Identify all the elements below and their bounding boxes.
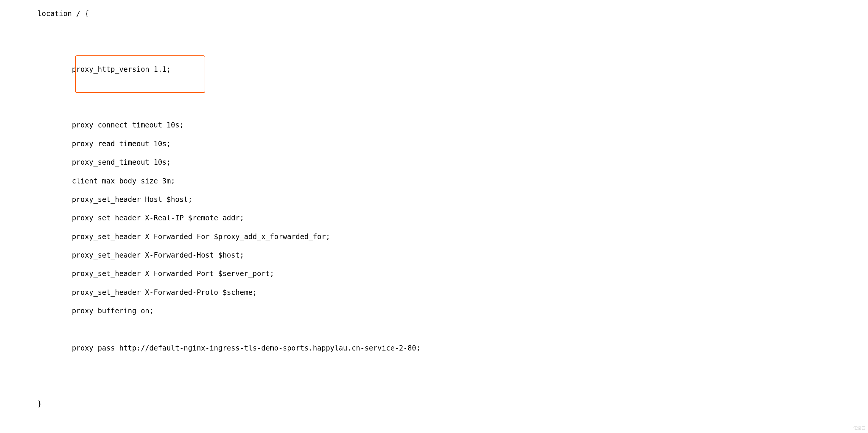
code-line-proxy-set-header-xfproto: proxy_set_header X-Forwarded-Proto $sche… [3,288,421,297]
code-line-client-max-body-size: client_max_body_size 3m; [3,177,421,186]
code-line-blank [3,84,421,93]
code-line-proxy-read-timeout: proxy_read_timeout 10s; [3,140,421,149]
code-line-blank [3,28,421,37]
code-line-close-brace-location: } [3,399,421,409]
code-line-blank [3,381,421,390]
code-line-blank [3,418,421,427]
code-line-blank [3,362,421,371]
code-line-proxy-set-header-xfp: proxy_set_header X-Forwarded-Port $serve… [3,269,421,278]
watermark-text: 亿速云 [853,425,866,431]
code-line-proxy-set-header-xff: proxy_set_header X-Forwarded-For $proxy_… [3,232,421,242]
code-line-proxy-set-header-xfh: proxy_set_header X-Forwarded-Host $host; [3,251,421,260]
code-line-blank [3,325,421,334]
code-line-location: location / { [3,9,421,19]
code-line-proxy-set-header-real-ip: proxy_set_header X-Real-IP $remote_addr; [3,214,421,223]
code-line-proxy-set-header-host: proxy_set_header Host $host; [3,195,421,204]
code-line-proxy-http-version: proxy_http_version 1.1; [3,65,421,74]
code-line-proxy-connect-timeout: proxy_connect_timeout 10s; [3,121,421,130]
code-line-proxy-send-timeout: proxy_send_timeout 10s; [3,158,421,167]
code-line-proxy-pass: proxy_pass http://default-nginx-ingress-… [3,344,421,353]
nginx-config-block: location / { proxy_http_version 1.1; pro… [3,0,421,433]
code-line-blank [3,47,421,56]
code-line-proxy-buffering: proxy_buffering on; [3,306,421,316]
code-line-blank [3,102,421,112]
